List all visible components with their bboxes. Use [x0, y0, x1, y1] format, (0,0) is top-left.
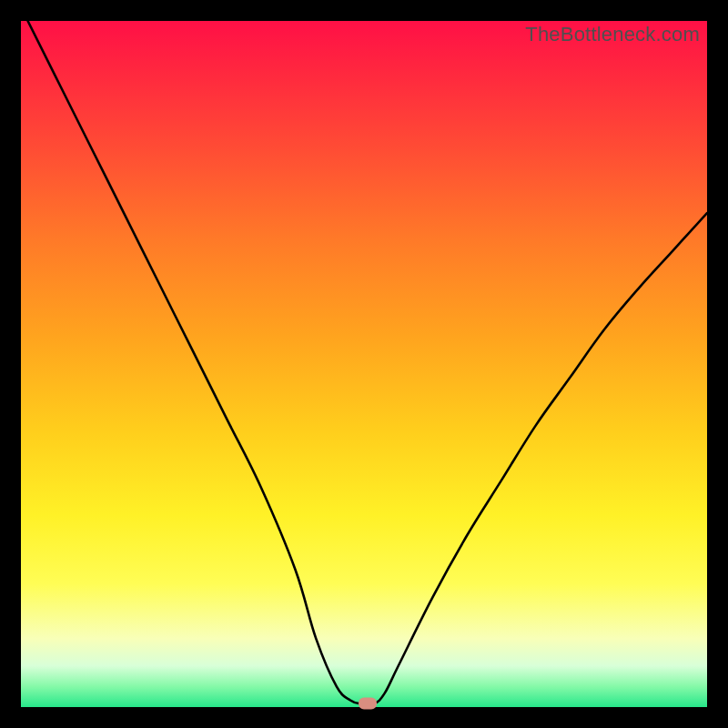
- bottleneck-marker: [359, 698, 377, 710]
- chart-frame: TheBottleneck.com: [0, 0, 728, 728]
- bottleneck-curve: [21, 21, 707, 707]
- chart-plot-area: TheBottleneck.com: [21, 21, 707, 707]
- watermark-text: TheBottleneck.com: [525, 23, 700, 46]
